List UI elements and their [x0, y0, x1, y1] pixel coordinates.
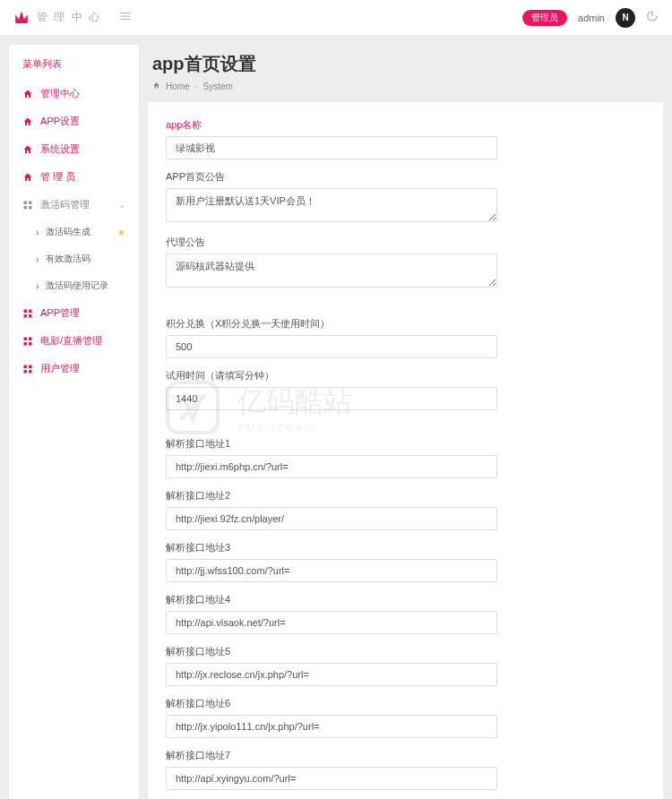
svg-rect-14 — [24, 370, 28, 374]
username[interactable]: admin — [578, 13, 605, 23]
parse7-input[interactable] — [166, 767, 497, 790]
announce-textarea[interactable]: 新用户注册默认送1天VIP会员！ — [166, 188, 497, 222]
svg-rect-3 — [29, 206, 32, 210]
svg-rect-5 — [29, 309, 32, 313]
sidebar-item-label: 管理中心 — [40, 87, 80, 100]
svg-rect-11 — [29, 342, 32, 346]
role-badge: 管理员 — [522, 10, 567, 26]
logo[interactable]: 管 理 中 心 — [13, 10, 101, 26]
sidebar-item-label: 电影/直播管理 — [40, 334, 102, 348]
sidebar-item-label: 用户管理 — [40, 362, 80, 375]
sidebar-item-label: 激活码使用记录 — [46, 279, 108, 292]
breadcrumb-current: System — [202, 82, 232, 91]
sidebar-subitem-records[interactable]: › 激活码使用记录 — [9, 272, 139, 299]
sidebar-item-media-manage[interactable]: 电影/直播管理 — [9, 327, 139, 355]
svg-rect-12 — [24, 365, 28, 368]
parse5-label: 解析接口地址5 — [166, 645, 645, 658]
svg-rect-4 — [24, 309, 28, 313]
home-icon — [22, 89, 33, 99]
sidebar-item-user-manage[interactable]: 用户管理 — [9, 355, 139, 382]
grid-icon — [22, 336, 33, 347]
topbar: 管 理 中 心 管理员 admin N — [0, 0, 672, 36]
chevron-right-icon: › — [36, 281, 39, 291]
trial-input[interactable] — [166, 387, 497, 410]
points-label: 积分兑换（X积分兑换一天使用时间） — [166, 317, 645, 331]
svg-rect-8 — [24, 337, 28, 340]
grid-icon — [22, 308, 33, 319]
app-name-input[interactable] — [166, 136, 497, 159]
brand-text: 管 理 中 心 — [37, 10, 101, 25]
sidebar-group-activation[interactable]: 激活码管理 ⌄ — [9, 191, 139, 219]
parse4-label: 解析接口地址4 — [166, 593, 645, 606]
agent-textarea[interactable]: 源码核武器站提供 — [166, 253, 497, 288]
sidebar-item-label: 管 理 员 — [40, 170, 75, 184]
parse3-input[interactable] — [166, 559, 497, 582]
breadcrumb-sep: · — [195, 82, 198, 91]
chevron-down-icon: ⌄ — [118, 200, 125, 210]
home-icon — [22, 116, 33, 127]
points-input[interactable] — [166, 335, 497, 358]
sidebar-item-label: 激活码管理 — [40, 198, 90, 211]
svg-rect-2 — [24, 206, 28, 210]
home-icon — [152, 82, 160, 91]
breadcrumb-home[interactable]: Home — [166, 82, 190, 91]
home-icon — [22, 144, 33, 155]
trial-label: 试用时间（请填写分钟） — [166, 369, 645, 382]
logout-icon[interactable] — [646, 10, 659, 25]
announce-label: APP首页公告 — [166, 170, 645, 184]
parse1-input[interactable] — [166, 455, 497, 478]
svg-rect-9 — [29, 337, 32, 340]
agent-label: 代理公告 — [166, 236, 645, 249]
svg-rect-7 — [29, 314, 32, 318]
sidebar-subitem-valid[interactable]: › 有效激活码 — [9, 245, 139, 272]
parse6-label: 解析接口地址6 — [166, 697, 645, 710]
svg-rect-6 — [24, 314, 28, 318]
parse5-input[interactable] — [166, 663, 497, 686]
main-content: app首页设置 Home · System app名称 APP首页公告 新用户注… — [148, 45, 663, 799]
form-card: app名称 APP首页公告 新用户注册默认送1天VIP会员！ 代理公告 源码核武… — [148, 102, 663, 799]
sidebar-item-label: 激活码生成 — [46, 226, 90, 238]
page-title: app首页设置 — [148, 45, 663, 80]
svg-rect-15 — [29, 370, 32, 374]
star-icon: ★ — [117, 228, 125, 237]
sidebar-subitem-generate[interactable]: › 激活码生成 ★ — [9, 219, 139, 245]
svg-rect-10 — [24, 342, 28, 346]
sidebar-item-label: APP设置 — [40, 115, 80, 128]
parse7-label: 解析接口地址7 — [166, 749, 645, 762]
logo-icon — [13, 10, 30, 26]
svg-rect-13 — [29, 365, 32, 368]
grid-icon — [22, 364, 33, 374]
app-name-label: app名称 — [166, 118, 645, 132]
sidebar-title: 菜单列表 — [9, 54, 139, 80]
sidebar: 菜单列表 管理中心 APP设置 系统设置 管 理 员 激活码管理 ⌄ › 激活码… — [9, 45, 139, 799]
avatar[interactable]: N — [616, 8, 635, 28]
parse2-label: 解析接口地址2 — [166, 489, 645, 503]
sidebar-item-app-manage[interactable]: APP管理 — [9, 299, 139, 327]
parse1-label: 解析接口地址1 — [166, 437, 645, 451]
sidebar-item-app-settings[interactable]: APP设置 — [9, 107, 139, 135]
svg-rect-0 — [24, 201, 28, 204]
parse2-input[interactable] — [166, 507, 497, 530]
parse6-input[interactable] — [166, 715, 497, 738]
home-icon — [22, 172, 33, 183]
grid-icon — [22, 200, 33, 210]
sidebar-item-label: 有效激活码 — [46, 253, 90, 265]
sidebar-item-label: 系统设置 — [40, 142, 80, 156]
chevron-right-icon: › — [36, 254, 39, 264]
sidebar-item-dashboard[interactable]: 管理中心 — [9, 80, 139, 107]
breadcrumb: Home · System — [148, 80, 663, 102]
sidebar-item-label: APP管理 — [40, 306, 80, 320]
sidebar-item-system-settings[interactable]: 系统设置 — [9, 135, 139, 163]
chevron-right-icon: › — [36, 228, 39, 237]
menu-toggle-icon[interactable] — [119, 10, 132, 25]
svg-rect-1 — [29, 201, 32, 204]
parse4-input[interactable] — [166, 611, 497, 634]
sidebar-item-admin[interactable]: 管 理 员 — [9, 163, 139, 191]
parse3-label: 解析接口地址3 — [166, 541, 645, 554]
